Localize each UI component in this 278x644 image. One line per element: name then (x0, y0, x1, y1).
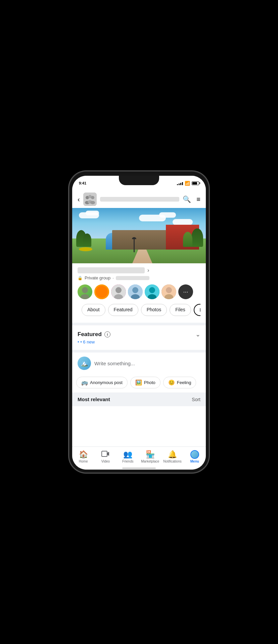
most-relevant-label: Most relevant (78, 396, 110, 402)
nav-home[interactable]: 🏠 Home (72, 449, 94, 465)
wifi-icon: 📶 (185, 181, 190, 186)
menu-label: Menu (190, 460, 199, 463)
member-avatar-1[interactable] (78, 284, 92, 299)
friends-icon: 👥 (123, 450, 132, 459)
status-bar: 9:41 📶 (72, 176, 206, 191)
lamppost (134, 238, 135, 252)
post-actions: 🚌 Anonymous post 🖼️ Photo 😊 Feeling (72, 374, 206, 392)
cover-photo (72, 208, 206, 263)
signal-icon (177, 181, 183, 185)
group-meta: 🔒 Private group · (78, 275, 200, 280)
signal-bar-4 (182, 182, 183, 185)
back-button[interactable]: ‹ (78, 196, 80, 203)
bush-1 (79, 247, 92, 251)
tab-about[interactable]: About (82, 304, 105, 316)
battery-icon (192, 181, 199, 185)
status-icons: 📶 (177, 181, 199, 186)
featured-title-row: Featured i (78, 331, 110, 338)
anonymous-icon: 🚌 (81, 379, 88, 386)
menu-avatar (190, 450, 199, 459)
svg-point-7 (82, 287, 88, 293)
featured-collapse-icon[interactable]: ⌄ (195, 331, 200, 338)
cloud-4 (159, 212, 176, 218)
signal-bar-3 (180, 183, 181, 185)
status-time: 9:41 (79, 181, 86, 185)
member-avatar-3[interactable] (111, 284, 126, 299)
notifications-icon: 🔔 (168, 450, 177, 459)
group-avatar-img (83, 193, 97, 206)
member-avatars: ··· (78, 284, 200, 299)
poster-avatar: 🏔️ (78, 357, 91, 370)
member-avatar-6[interactable] (161, 284, 176, 299)
nav-marketplace[interactable]: 🏪 Marketplace (139, 449, 161, 465)
write-placeholder[interactable]: Write something... (94, 361, 135, 366)
svg-point-6 (90, 201, 95, 204)
menu-icon[interactable]: ≡ (196, 196, 200, 203)
svg-point-21 (166, 287, 172, 293)
dot-separator: · (112, 275, 114, 280)
anonymous-post-label: Anonymous post (90, 380, 123, 385)
header-icons: 🔍 ≡ (183, 195, 200, 203)
featured-header: Featured i ⌄ (78, 331, 200, 338)
cover-scene (72, 208, 206, 263)
home-indicator (72, 468, 206, 470)
tree-4 (183, 232, 192, 247)
member-avatar-5[interactable] (145, 284, 159, 299)
nav-menu[interactable]: Menu (184, 449, 206, 465)
signal-bar-2 (179, 183, 180, 185)
new-dot: • (78, 339, 80, 344)
page-header: ‹ 🔍 ≡ (72, 191, 206, 208)
friends-label: Friends (122, 460, 133, 463)
nav-video[interactable]: Video (94, 449, 117, 465)
more-members-button[interactable]: ··· (178, 284, 193, 299)
search-icon[interactable]: 🔍 (183, 195, 191, 203)
building-left (112, 230, 172, 250)
cloud-5 (173, 219, 193, 225)
member-avatar-2[interactable] (94, 284, 109, 299)
svg-point-10 (96, 286, 108, 298)
feeling-label: Feeling (177, 380, 191, 385)
member-avatar-4[interactable] (128, 284, 143, 299)
video-label: Video (101, 460, 110, 463)
featured-section: Featured i ⌄ • • 6 new (72, 325, 206, 350)
private-label: Private group (85, 275, 110, 280)
tree-3 (191, 228, 203, 247)
scroll-content[interactable]: ‹ 🔍 ≡ (72, 191, 206, 446)
members-count-bar (116, 276, 149, 280)
svg-point-8 (81, 294, 89, 299)
feeling-button[interactable]: 😊 Feeling (163, 377, 196, 388)
nav-notifications[interactable]: 🔔 Notifications (161, 449, 183, 465)
section-divider-1 (72, 323, 206, 325)
nav-friends[interactable]: 👥 Friends (117, 449, 139, 465)
svg-point-3 (91, 196, 94, 199)
tab-bar: About Featured Photos Files Reels (78, 304, 200, 320)
sort-button[interactable]: Sort (192, 397, 200, 402)
bottom-nav: 🏠 Home Video 👥 Friends 🏪 Marketplace 🔔 N… (72, 446, 206, 468)
tab-featured[interactable]: Featured (108, 304, 138, 316)
signal-bar-1 (177, 184, 178, 185)
group-name-bar (100, 197, 180, 202)
tab-reels[interactable]: Reels (194, 304, 200, 316)
cloud-2 (86, 211, 99, 215)
featured-info-icon[interactable]: i (104, 331, 110, 337)
photo-button[interactable]: 🖼️ Photo (130, 377, 160, 388)
lock-icon: 🔒 (78, 276, 83, 280)
notch (119, 176, 159, 185)
section-divider-2 (72, 350, 206, 353)
featured-title: Featured (78, 331, 102, 338)
home-bar (122, 468, 156, 469)
battery-fill (192, 182, 197, 184)
photo-label: Photo (144, 380, 155, 385)
tab-files[interactable]: Files (170, 304, 191, 316)
tab-photos[interactable]: Photos (141, 304, 167, 316)
chevron-right-icon[interactable]: › (147, 267, 149, 273)
svg-rect-0 (83, 193, 97, 206)
notifications-label: Notifications (163, 460, 181, 463)
most-relevant-bar: Most relevant Sort (72, 392, 206, 406)
phone-frame: 9:41 📶 ‹ (70, 172, 208, 472)
anonymous-post-button[interactable]: 🚌 Anonymous post (76, 377, 128, 388)
new-badge: • • 6 new (78, 339, 200, 344)
home-label: Home (79, 460, 88, 463)
phone-screen: 9:41 📶 ‹ (72, 176, 206, 470)
svg-point-15 (132, 287, 138, 293)
